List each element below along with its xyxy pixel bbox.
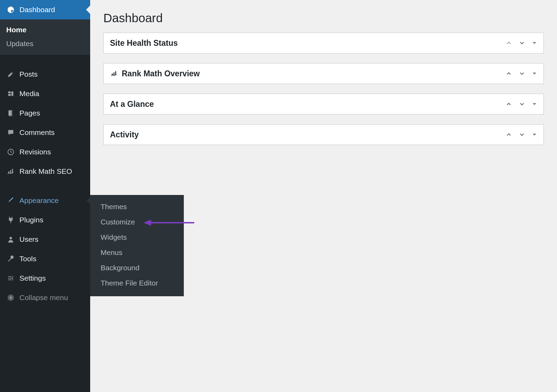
history-icon (6, 148, 16, 156)
move-down-button[interactable] (519, 70, 525, 77)
admin-sidebar: Dashboard Home Updates Posts Media Pages… (0, 0, 90, 392)
toggle-button[interactable] (532, 101, 537, 107)
svg-marker-4 (144, 220, 151, 225)
sidebar-item-rankmath[interactable]: Rank Math SEO (0, 162, 90, 181)
move-up-button[interactable] (505, 101, 512, 108)
sidebar-item-label: Users (19, 235, 38, 244)
move-down-button[interactable] (519, 101, 525, 108)
page-title: Dashboard (103, 11, 544, 25)
flyout-item-themes[interactable]: Themes (90, 199, 184, 214)
flyout-item-background[interactable]: Background (90, 260, 184, 275)
appearance-flyout: Themes Customize Widgets Menus Backgroun… (90, 195, 184, 296)
sidebar-item-pages[interactable]: Pages (0, 103, 90, 123)
sidebar-item-label: Posts (19, 70, 38, 78)
sidebar-item-label: Dashboard (19, 6, 55, 14)
collapse-menu-button[interactable]: Collapse menu (0, 288, 90, 307)
user-icon (6, 236, 16, 243)
svg-point-1 (9, 237, 12, 239)
sidebar-item-plugins[interactable]: Plugins (0, 210, 90, 230)
wrench-icon (6, 255, 16, 263)
collapse-icon (6, 294, 16, 301)
flyout-item-theme-file-editor[interactable]: Theme File Editor (90, 275, 184, 291)
sidebar-item-label: Comments (19, 128, 55, 137)
dashboard-icon (6, 6, 16, 14)
sidebar-item-appearance[interactable]: Appearance (0, 191, 90, 210)
toggle-button[interactable] (532, 132, 537, 137)
sidebar-item-comments[interactable]: Comments (0, 123, 90, 142)
annotation-arrow (144, 219, 194, 227)
postbox-rankmath-overview: Rank Math Overview (103, 63, 544, 84)
sidebar-item-dashboard[interactable]: Dashboard (0, 0, 90, 19)
postbox-controls (505, 131, 537, 138)
sidebar-separator (0, 55, 90, 65)
sidebar-item-label: Revisions (19, 148, 51, 156)
sidebar-subitem-home[interactable]: Home (0, 23, 90, 37)
move-down-button[interactable] (519, 131, 525, 138)
brush-icon (6, 197, 16, 204)
move-up-button[interactable] (505, 131, 512, 138)
sidebar-item-media[interactable]: Media (0, 84, 90, 103)
chart-icon (110, 70, 118, 77)
plug-icon (6, 216, 16, 224)
postbox-title: At a Glance (110, 100, 154, 109)
toggle-button[interactable] (532, 40, 537, 46)
postbox-controls (505, 70, 537, 77)
media-icon (6, 90, 16, 97)
postbox-header: Site Health Status (104, 33, 543, 53)
move-down-button[interactable] (519, 40, 525, 46)
toggle-button[interactable] (532, 71, 537, 76)
main-content: Dashboard Site Health Status Rank Math O… (90, 0, 557, 162)
postbox-title: Rank Math Overview (110, 69, 200, 78)
sidebar-item-label: Appearance (19, 196, 59, 205)
postbox-title: Activity (110, 130, 139, 139)
postbox-header: Activity (104, 125, 543, 145)
move-up-button[interactable] (505, 70, 512, 77)
postbox-site-health: Site Health Status (103, 33, 544, 53)
sidebar-item-tools[interactable]: Tools (0, 249, 90, 269)
postbox-activity: Activity (103, 124, 544, 145)
sidebar-item-settings[interactable]: Settings (0, 269, 90, 288)
sidebar-item-label: Rank Math SEO (19, 167, 72, 176)
sidebar-item-label: Media (19, 90, 39, 98)
postbox-header: Rank Math Overview (104, 63, 543, 84)
collapse-menu-label: Collapse menu (19, 293, 68, 302)
chart-icon (6, 168, 16, 175)
sidebar-item-posts[interactable]: Posts (0, 65, 90, 84)
sidebar-item-label: Plugins (19, 216, 43, 224)
flyout-item-menus[interactable]: Menus (90, 245, 184, 260)
sliders-icon (6, 274, 16, 282)
pages-icon (6, 109, 16, 117)
sidebar-item-label: Settings (19, 274, 46, 282)
sidebar-separator (0, 181, 90, 191)
postbox-controls (505, 40, 537, 46)
postbox-controls (505, 101, 537, 108)
postbox-header: At a Glance (104, 94, 543, 114)
sidebar-item-label: Pages (19, 109, 40, 117)
postbox-at-a-glance: At a Glance (103, 94, 544, 114)
postbox-title: Site Health Status (110, 39, 178, 48)
move-up-button[interactable] (505, 40, 512, 46)
pin-icon (6, 70, 16, 78)
comment-icon (6, 129, 16, 136)
sidebar-submenu-dashboard: Home Updates (0, 19, 90, 55)
sidebar-item-label: Tools (19, 255, 36, 263)
sidebar-subitem-updates[interactable]: Updates (0, 37, 90, 51)
flyout-item-widgets[interactable]: Widgets (90, 230, 184, 245)
sidebar-item-users[interactable]: Users (0, 230, 90, 249)
sidebar-item-revisions[interactable]: Revisions (0, 142, 90, 162)
